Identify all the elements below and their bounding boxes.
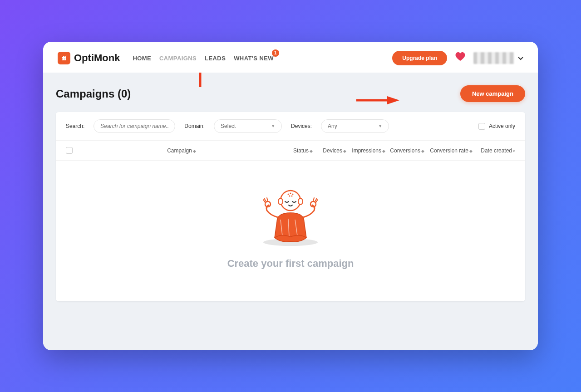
col-date-created[interactable]: Date created▾ [476,147,515,154]
active-only-filter[interactable]: Active only [478,123,515,130]
meditating-monk-illustration [245,179,336,249]
col-status[interactable]: Status◆ [286,147,313,154]
active-only-label: Active only [489,123,515,129]
heart-icon[interactable] [455,52,465,64]
app-window: OptiMonk HOME CAMPAIGNS LEADS WHAT'S NEW… [43,42,538,350]
account-name-blurred [473,52,514,64]
notification-badge: 1 [272,49,279,57]
domain-select[interactable]: Select ▼ [214,119,282,133]
main-nav: HOME CAMPAIGNS LEADS WHAT'S NEW 1 [133,51,274,65]
svg-point-12 [289,196,290,197]
logo-icon [58,52,70,64]
nav-campaigns[interactable]: CAMPAIGNS [159,51,197,65]
sort-icon: ◆ [421,149,424,153]
svg-point-7 [278,198,283,205]
sort-icon: ▾ [513,149,515,153]
empty-state: Create your first campaign [56,161,525,301]
sort-icon: ◆ [343,149,346,153]
sort-icon: ◆ [310,149,313,153]
devices-label: Devices: [291,123,312,129]
svg-point-11 [292,194,294,195]
col-conversions[interactable]: Conversions◆ [389,147,424,154]
select-all-checkbox[interactable] [66,147,73,154]
upgrade-plan-button[interactable]: Upgrade plan [392,51,447,65]
nav-home[interactable]: HOME [133,51,151,65]
col-campaign[interactable]: Campaign◆ [81,147,282,154]
nav-whatsnew-label: WHAT'S NEW [234,55,274,62]
domain-label: Domain: [184,123,205,129]
new-campaign-button[interactable]: New campaign [460,85,525,102]
sort-icon: ◆ [193,149,196,153]
account-menu[interactable] [473,52,523,64]
devices-value: Any [328,123,337,129]
sort-icon: ◆ [382,149,385,153]
content-area: Campaigns (0) New campaign Search: Domai… [43,73,538,350]
page-title: Campaigns (0) [56,88,131,100]
col-impressions[interactable]: Impressions◆ [350,147,385,154]
svg-point-13 [291,196,293,197]
search-label: Search: [66,123,84,129]
caret-down-icon: ▼ [378,124,382,128]
campaigns-panel: Search: Domain: Select ▼ Devices: Any ▼ … [56,112,525,301]
sort-icon: ◆ [469,149,473,153]
svg-point-8 [298,198,303,205]
logo[interactable]: OptiMonk [58,52,120,64]
header-right: Upgrade plan [392,51,523,65]
app-header: OptiMonk HOME CAMPAIGNS LEADS WHAT'S NEW… [43,42,538,73]
svg-point-10 [290,193,291,194]
active-only-checkbox[interactable] [478,123,485,130]
chevron-down-icon [518,54,523,62]
table-header: Campaign◆ Status◆ Devices◆ Impressions◆ … [56,141,525,161]
nav-leads[interactable]: LEADS [205,51,226,65]
filter-bar: Search: Domain: Select ▼ Devices: Any ▼ … [56,112,525,141]
brand-name: OptiMonk [74,52,120,64]
empty-state-message: Create your first campaign [65,258,516,270]
col-conversion-rate[interactable]: Conversion rate◆ [428,147,473,154]
search-input[interactable] [94,119,175,133]
col-devices[interactable]: Devices◆ [316,147,346,154]
page-head: Campaigns (0) New campaign [56,85,525,102]
domain-value: Select [221,123,236,129]
devices-select[interactable]: Any ▼ [321,119,389,133]
caret-down-icon: ▼ [271,124,275,128]
nav-whatsnew[interactable]: WHAT'S NEW 1 [234,51,274,65]
svg-point-9 [288,194,289,195]
